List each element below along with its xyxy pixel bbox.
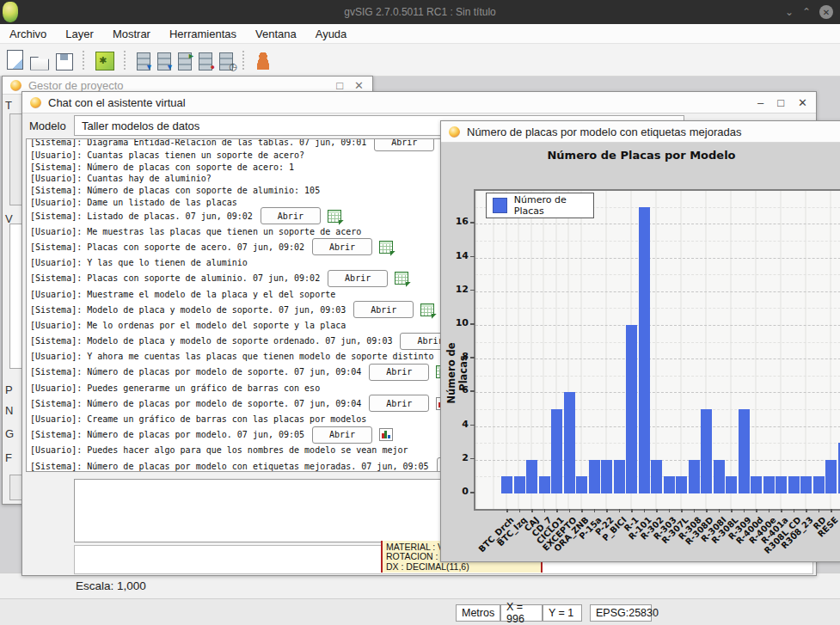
table-icon[interactable] xyxy=(395,272,408,285)
maximize-icon[interactable]: □ xyxy=(777,96,784,109)
bar-CICLO1[interactable] xyxy=(551,409,562,493)
menu-item-archivo[interactable]: Archivo xyxy=(0,24,56,43)
abrir-button[interactable]: Abrir xyxy=(369,395,429,412)
bar-R-400d[interactable] xyxy=(751,476,762,493)
toolbar-separator xyxy=(124,51,127,70)
bar-R308L_CD[interactable] xyxy=(788,476,800,493)
coord-y-box: Y = 1 xyxy=(543,604,582,622)
bar-CD_7[interactable] xyxy=(539,476,550,493)
bar-RESE[interactable] xyxy=(825,460,837,493)
project-manager-title: Gestor de proyecto xyxy=(28,79,124,92)
close-icon[interactable]: ✕ xyxy=(819,5,833,19)
bar-CAJ[interactable] xyxy=(526,460,537,493)
system-message-text: [Sistema]: Número de placas con soporte … xyxy=(30,162,294,172)
spatial-db-icon[interactable] xyxy=(199,52,212,70)
collapse-icon[interactable]: ⌄ xyxy=(785,6,794,18)
x-tick-mark xyxy=(669,509,671,512)
bar-R-308L[interactable] xyxy=(726,476,737,493)
bar-P_BICI[interactable] xyxy=(614,460,625,493)
abrir-button[interactable]: Abrir xyxy=(312,238,372,255)
menu-item-herramientas[interactable]: Herramientas xyxy=(160,24,246,43)
bar-R-303[interactable] xyxy=(664,476,675,493)
abrir-button[interactable]: Abrir xyxy=(328,270,388,287)
bar-EXCEPTO[interactable] xyxy=(564,392,575,493)
open-project-icon[interactable] xyxy=(30,57,49,70)
abrir-button[interactable]: Abrir xyxy=(369,364,429,381)
y-tick-mark xyxy=(470,390,475,392)
menu-item-layer[interactable]: Layer xyxy=(56,24,103,43)
table-icon[interactable] xyxy=(420,303,434,316)
bar-R-101[interactable] xyxy=(639,207,650,493)
bar-P-22[interactable] xyxy=(601,460,612,493)
minimize-icon[interactable]: – xyxy=(757,96,763,109)
abrir-button[interactable]: Abrir xyxy=(353,301,414,318)
close-icon[interactable]: ✕ xyxy=(798,96,807,109)
bar-R-302[interactable] xyxy=(651,460,662,493)
tooltip-line: DX : DECIMAL(11,6) xyxy=(386,562,537,572)
bar-R-400e[interactable] xyxy=(763,476,775,493)
bar-ORA_ZNB[interactable] xyxy=(576,476,587,493)
menu-item-ventana[interactable]: Ventana xyxy=(246,24,306,43)
x-tick-mark xyxy=(794,509,795,512)
bar-R-307L[interactable] xyxy=(676,476,687,493)
system-message-text: [Sistema]: Listado de placas. 07 jun, 09… xyxy=(30,211,253,221)
gridline xyxy=(475,443,840,444)
bar-R-308I[interactable] xyxy=(714,460,725,493)
new-document-icon[interactable] xyxy=(7,50,23,70)
bar-R-309[interactable] xyxy=(739,409,750,493)
close-icon[interactable]: ✕ xyxy=(354,79,364,92)
y-tick-label: 12 xyxy=(443,284,469,295)
y-tick-mark xyxy=(470,425,475,426)
bar-BTC_Izq[interactable] xyxy=(514,476,525,493)
bar-R-308[interactable] xyxy=(689,460,700,493)
system-message-text: [Sistema]: Número de placas con soporte … xyxy=(30,186,320,195)
user-message-text: [Usuario]: Cuantas hay de aluminio? xyxy=(30,174,212,183)
add-to-db-icon[interactable] xyxy=(178,52,192,70)
abrir-button[interactable]: Abrir xyxy=(312,426,372,444)
system-message-text: [Sistema]: Modelo de placa y modelo de s… xyxy=(30,336,392,346)
menu-item-ayuda[interactable]: Ayuda xyxy=(306,24,357,43)
x-tick-mark xyxy=(744,509,745,512)
chart-window-titlebar[interactable]: Número de placas por modelo con etiqueta… xyxy=(441,121,840,143)
scripting-icon[interactable] xyxy=(95,52,114,70)
toolbar-separator xyxy=(242,51,246,70)
epsg-box[interactable]: EPSG:25830 xyxy=(590,604,652,622)
bar-R-308D[interactable] xyxy=(701,409,712,493)
y-tick-label: 0 xyxy=(443,486,469,497)
y-tick-label: 16 xyxy=(443,216,469,227)
bar-RD[interactable] xyxy=(813,476,825,493)
abrir-button[interactable]: Abrir xyxy=(261,207,321,224)
plot-area: Número de Placas xyxy=(474,189,840,511)
bar-P-15a[interactable] xyxy=(589,460,600,493)
legend-swatch xyxy=(493,198,507,213)
saved-label: G xyxy=(5,427,14,440)
bar-BTC_Drch[interactable] xyxy=(501,476,512,493)
y-tick-mark xyxy=(470,323,475,325)
scale-bar: Escala: 1,000 xyxy=(0,573,840,599)
maximize-icon[interactable]: □ xyxy=(336,79,343,92)
menu-item-mostrar[interactable]: Mostrar xyxy=(103,24,160,43)
expand-icon[interactable]: ⌃ xyxy=(802,6,811,18)
toolbar-separator xyxy=(83,51,86,70)
x-tick-mark xyxy=(781,509,782,512)
units-box[interactable]: Metros xyxy=(456,604,500,622)
user-manager-icon[interactable] xyxy=(255,52,271,70)
app-title: gvSIG 2.7.0.5011 RC1 : Sin título xyxy=(0,6,840,18)
export-table-icon[interactable] xyxy=(157,52,171,70)
import-table-icon[interactable] xyxy=(137,52,150,70)
chat-titlebar[interactable]: Chat con el asistente virtual – □ ✕ xyxy=(22,92,816,113)
chart-window-title: Número de placas por modelo con etiqueta… xyxy=(467,126,741,138)
user-message-text: [Usuario]: Creame un gráfico de barras c… xyxy=(30,414,366,424)
save-project-icon[interactable] xyxy=(56,53,73,70)
bar-R-1[interactable] xyxy=(626,325,637,493)
table-icon[interactable] xyxy=(328,210,341,223)
gridline xyxy=(475,274,840,275)
bar-R-401a[interactable] xyxy=(776,476,787,493)
db-history-icon[interactable] xyxy=(219,52,233,70)
x-tick-mark xyxy=(544,509,546,512)
table-icon[interactable] xyxy=(379,241,393,254)
abrir-button[interactable]: Abrir xyxy=(374,138,434,151)
chart-icon[interactable] xyxy=(379,428,393,441)
bar-R308_23[interactable] xyxy=(800,476,812,493)
y-tick-label: 2 xyxy=(443,452,469,463)
